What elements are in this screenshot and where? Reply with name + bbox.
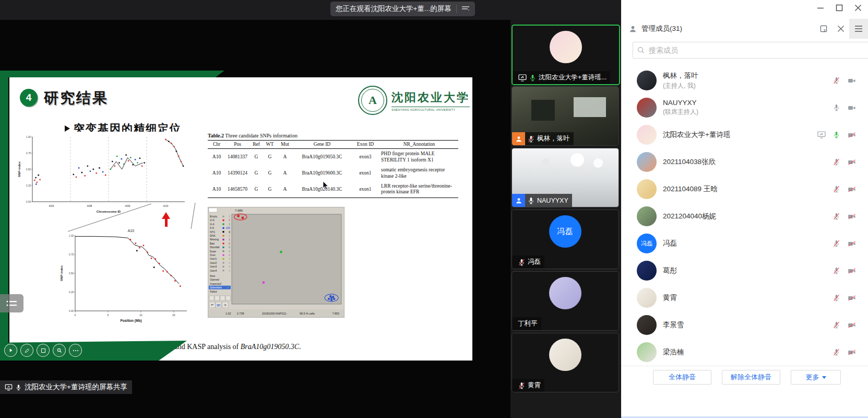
video-thumbnail[interactable]: 沈阳农业大学+董诗瑶... [512,25,620,85]
unmute-all-button[interactable]: 解除全体静音 [722,370,780,385]
svg-text:15: 15 [172,314,175,317]
close-panel-icon[interactable] [833,25,849,32]
more-button[interactable]: 更多 [791,370,841,385]
watching-banner-text: 您正在观看沈阳农业大学+董...的屏幕 [336,4,451,14]
search-icon [637,47,645,54]
thumbnail-name-bar: NAUYYXY [512,194,572,207]
mic-muted-icon[interactable] [833,294,840,302]
watching-banner[interactable]: 您正在观看沈阳农业大学+董...的屏幕 [330,2,475,16]
avatar [637,98,657,118]
banner-menu-icon[interactable] [461,5,470,13]
avatar [550,31,582,63]
table-header: Chr [208,141,225,149]
mic-muted-icon[interactable] [833,158,840,166]
video-thumbnail[interactable]: 枫林，落叶 [512,86,619,146]
member-row[interactable]: NAUYYXY (联席主持人) [621,94,868,121]
member-name: NAUYYXY [663,99,698,107]
window-controls [817,4,862,14]
member-row[interactable]: 李景雪 [621,311,868,339]
university-name-en: SHENYANG AGRICULTURAL UNIVERSITY [391,107,470,111]
ellipsis-icon [69,344,82,357]
mic-muted-icon[interactable] [833,348,840,356]
member-row[interactable]: 沈阳农业大学+董诗瑶 [621,121,868,148]
camera-off-icon[interactable] [847,294,857,302]
slide-section-number: 4 [20,89,38,107]
table-cell: 14081337 [225,149,249,165]
svg-text:1.02: 1.02 [225,312,231,315]
video-thumbnail[interactable]: 丁利平 [512,271,619,331]
table-row: A1014081337GGABraA10g019050.3Cexon3PHD f… [208,149,458,165]
host-badge-icon [512,132,525,145]
table-cell: BraA10g020140.3C [293,181,351,198]
university-logo-emblem: A [358,86,387,115]
camera-off-icon[interactable] [847,131,857,139]
camera-off-icon[interactable] [847,240,857,248]
camera-off-icon[interactable] [847,185,857,193]
member-name: 冯磊 [663,239,677,248]
table-header: WT [263,141,277,149]
camera-off-icon[interactable] [847,349,857,356]
video-thumbnail[interactable]: NAUYYXY [512,148,619,207]
kasp-genotyping-panel: 7.686Empty0G:G2G:A2A:A100NTC0DNA1Missing… [208,207,344,318]
mouse-cursor [323,181,329,190]
search-input[interactable] [648,45,865,55]
snp-index-chromosome-plot: 1.000.750.500.250.00A03A08A09A10Chromoso… [17,132,189,219]
mic-on-icon[interactable] [833,103,840,112]
svg-text:Inspected: Inspected [210,282,221,285]
divider [456,5,457,13]
avatar [549,339,581,371]
member-row[interactable]: 枫林，落叶 (主持人, 我) [621,67,868,94]
svg-text:100: 100 [226,226,231,229]
member-row[interactable]: 2021204040杨妮 [621,203,868,230]
annotation-list-button[interactable] [0,294,23,312]
table-cell: A10 [208,149,225,165]
svg-text:7.686: 7.686 [235,209,243,212]
mic-muted-icon[interactable] [833,266,840,275]
mic-muted-icon[interactable] [833,76,840,85]
close-window-button[interactable] [854,4,862,14]
screen-share-banner-text: 沈阳农业大学+董诗瑶的屏幕共享 [25,382,127,392]
minimize-button[interactable] [817,4,824,14]
svg-text:Chromosome ID: Chromosome ID [97,210,121,213]
member-row[interactable]: 2021104089 王晗 [621,176,868,203]
svg-text:0: 0 [75,314,76,317]
participant-name: 丁利平 [518,319,538,328]
mic-muted-icon[interactable] [833,212,840,220]
member-name: 2021204040杨妮 [663,212,716,221]
members-icon [628,25,637,33]
member-name: 枫林，落叶 [663,71,698,80]
camera-off-icon[interactable] [847,267,857,275]
svg-text:SNP-index: SNP-index [18,161,21,177]
svg-text:0: 0 [229,230,230,234]
svg-text:✓: ✓ [227,286,229,289]
svg-text:20181009-NNP021-: 20181009-NNP021- [262,312,287,315]
member-row[interactable]: 葛彤 [621,257,868,284]
mute-all-button[interactable]: 全体静音 [653,370,711,385]
mic-muted-icon[interactable] [833,239,840,248]
member-row[interactable]: 梁浩楠 [621,339,868,366]
camera-off-icon[interactable] [847,213,857,220]
mic-muted-icon[interactable] [833,185,840,193]
member-row[interactable]: 2021104038张欣 [621,148,868,176]
svg-text:A08: A08 [87,204,92,207]
member-row[interactable]: 冯磊 冯磊 [621,230,868,257]
mic-active-icon[interactable] [833,131,840,139]
member-row[interactable]: 黄霄 [621,284,868,311]
svg-text:2.738: 2.738 [237,312,244,315]
mic-muted-icon[interactable] [833,321,840,329]
table-header: Ref [249,141,263,149]
popout-panel-icon[interactable] [815,25,833,33]
table-caption: Table.2 Three candidate SNPs information [208,133,459,138]
svg-text:10: 10 [139,314,142,317]
member-search[interactable] [633,42,868,59]
panel-menu-icon[interactable] [849,19,868,39]
video-thumbnail[interactable]: 冯磊 冯磊 [512,210,619,269]
video-thumbnail[interactable]: 黄霄 [512,333,619,392]
svg-text:0: 0 [229,242,230,245]
camera-off-icon[interactable] [847,158,857,166]
maximize-button[interactable] [836,4,843,14]
camera-on-icon[interactable] [847,77,857,85]
camera-off-icon[interactable] [847,321,857,329]
camera-on-icon[interactable] [847,104,857,112]
table-cell: BraA10g019600.3C [293,165,351,181]
